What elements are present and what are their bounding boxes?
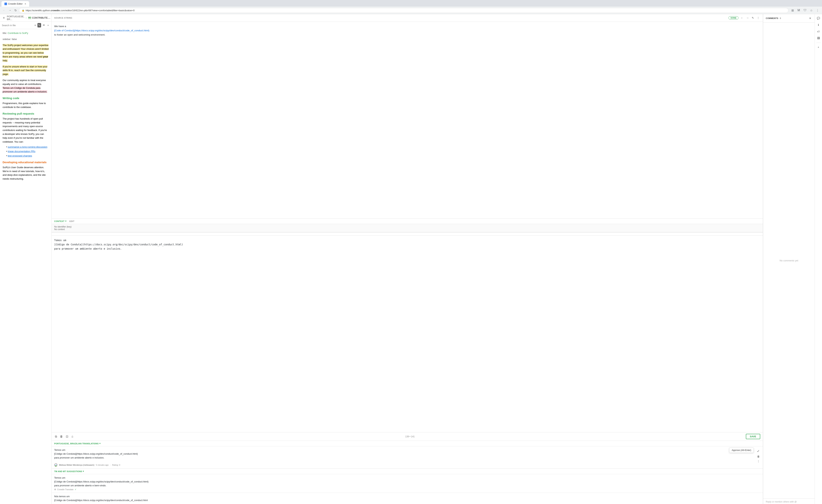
delete-suggestion-button[interactable]: 🗑 xyxy=(757,454,760,459)
breadcrumb-sep1: › xyxy=(26,16,27,19)
para-1: The SciPy project welcomes your expertis… xyxy=(3,43,49,63)
list-item-1: summarize a long-running discussion xyxy=(6,145,49,149)
pt-br-label: PORTUGUESE, BRAZILIAN TRANSLATIONS xyxy=(54,442,99,445)
source-panel-body: We have a [Code of Conduct](https://docs… xyxy=(52,22,763,218)
edit-view-button[interactable]: ✎ xyxy=(37,23,41,27)
comments-title: COMMENTS 0 xyxy=(766,17,781,19)
translation-body: Temos um [Código de Conduta](https://doc… xyxy=(52,236,763,432)
writing-code-section: Writing code Programmers, this guide exp… xyxy=(3,96,49,109)
suggestion-rating: Rating: 0 xyxy=(112,464,120,466)
list-link-1: summarize a long-running discussion xyxy=(8,146,47,148)
url-prefix: https://scientific-python. xyxy=(26,9,51,12)
copy-tool-button[interactable]: ⧉ xyxy=(54,434,58,439)
comments-header: COMMENTS 0 ✕ xyxy=(763,14,815,22)
bookmark-button[interactable]: ☆ xyxy=(809,8,814,13)
sidebar-tag-button[interactable]: 🏷 xyxy=(816,29,821,34)
extensions-button[interactable]: ⊞ xyxy=(790,8,795,13)
approve-button[interactable]: ✓ xyxy=(756,449,760,454)
prev-button[interactable]: ← xyxy=(740,16,744,20)
source-text: We have a [Code of Conduct](https://docs… xyxy=(54,24,760,37)
browser-toolbar: ← → ↻ 🔒 https://scientific-python.crowdi… xyxy=(0,7,822,14)
comments-reply: Reply or mention others with @ xyxy=(763,498,815,504)
sidebar-info-button[interactable]: ℹ xyxy=(817,22,820,27)
more-button[interactable]: ⋮ xyxy=(815,8,820,13)
developing-text: SciPy's User Guide deserves attention. W… xyxy=(3,166,49,181)
hamburger-button[interactable]: ≡ xyxy=(2,15,5,20)
edit-label[interactable]: EDIT xyxy=(69,220,74,222)
back-button[interactable]: ← xyxy=(2,8,6,13)
tm-line-3: para promover um ambiente aberto e bem-v… xyxy=(54,484,760,488)
tm-label: TM AND MT SUGGESTIONS xyxy=(54,470,82,473)
suggestion-wrapper: Temos um [Código de Conduta](https://doc… xyxy=(52,446,763,468)
source-link: [Code of Conduct](https://docs.scipy.org… xyxy=(54,29,149,32)
more-options-button[interactable]: ⋮ xyxy=(756,16,760,20)
list-link-3: test proposed changes xyxy=(8,154,32,157)
eye-view-button[interactable]: 👁 xyxy=(42,23,46,27)
char-count: 139 • 141 xyxy=(405,435,415,438)
tm-footer-1: ♻ Crowdin Translate ✓ xyxy=(54,488,760,491)
more-suggestion-button[interactable]: ⋮ xyxy=(757,459,760,463)
para-3-translated: Temos um Código de Conduta para promover… xyxy=(3,87,47,93)
browser-chrome: Crowdin Editor ✕ ← → ↻ 🔒 https://scienti… xyxy=(0,0,822,14)
search-input[interactable] xyxy=(2,24,34,27)
url-suffix: .com/editor/16/622/en-ptbr/68?view=comfo… xyxy=(60,9,134,12)
tm-text-1: Temos um [Código de Conduta](https://doc… xyxy=(54,476,760,487)
no-comments-text: No comments yet xyxy=(780,259,798,262)
tm-text-2: Nós temos um [Código de Conduta](https:/… xyxy=(54,495,760,502)
meta-title-value: Contribute to SciPy xyxy=(8,32,28,34)
sidebar-add-button[interactable]: + xyxy=(816,45,820,50)
tm-item-1: Temos um [Código de Conduta](https://doc… xyxy=(52,474,763,493)
pt-br-header[interactable]: PORTUGUESE, BRAZILIAN TRANSLATIONS ▾ xyxy=(52,441,763,446)
spell-tool-button[interactable]: ♫ xyxy=(70,434,74,439)
delete-tool-button[interactable]: 🗑 xyxy=(59,434,64,439)
suggestion-line-1: Temos um xyxy=(54,448,755,452)
tm-line-2: [Código de Conduta](https://docs.scipy.o… xyxy=(54,480,760,484)
main-content: SOURCE STRING DONE ← → ✎ ⋮ We have a [Co… xyxy=(52,14,822,504)
tm-header[interactable]: TM AND MT SUGGESTIONS ▾ xyxy=(52,468,763,474)
sidebar-content: title: Contribute to SciPy sidebar: fals… xyxy=(0,29,51,504)
forward-button[interactable]: → xyxy=(8,8,12,13)
app-layout: ≡ PORTUGUESE, BR... › MD CONTRIBUTE.... … xyxy=(0,14,822,504)
pt-br-chevron: ▾ xyxy=(99,442,100,445)
list-view-button[interactable]: ≡ xyxy=(34,23,37,27)
sidebar-comment-button[interactable]: 💬 xyxy=(816,16,821,21)
crowdin-source: Crowdin Translate xyxy=(57,488,74,491)
recycle-icon: ♻ xyxy=(54,488,56,491)
browser-tab[interactable]: Crowdin Editor ✕ xyxy=(1,1,29,7)
add-button[interactable]: + xyxy=(47,23,50,27)
para-2-text: If you're unsure where to start or how y… xyxy=(3,65,47,76)
context-chevron: ▾ xyxy=(65,220,67,222)
source-panel-header: SOURCE STRING DONE ← → ✎ ⋮ xyxy=(52,14,763,22)
split-tool-button[interactable]: ⊡ xyxy=(65,434,69,439)
sidebar-image-button[interactable]: 🖼 xyxy=(816,36,821,41)
edit-button[interactable]: ✎ xyxy=(751,16,755,20)
meta-sidebar-line: sidebar: false xyxy=(3,37,49,41)
tab-title: Crowdin Editor xyxy=(8,3,23,5)
reviewing-text: The project has hundreds of open pull re… xyxy=(3,117,49,144)
collapse-comments-button[interactable]: ✕ xyxy=(808,16,812,20)
suggestion-actions: ✓ 🗑 ⋮ xyxy=(756,448,760,463)
no-context: No context xyxy=(54,228,760,231)
shield-button[interactable]: 🛡 xyxy=(802,8,808,13)
done-badge: DONE xyxy=(729,16,739,20)
approve-tooltip: Approve (Alt+Enter) xyxy=(729,448,754,453)
refresh-button[interactable]: ↻ xyxy=(14,8,18,13)
approve-tooltip-text: Approve (Alt+Enter) xyxy=(732,449,751,452)
translation-textarea[interactable]: Temos um [Código de Conduta](https://doc… xyxy=(54,238,760,257)
close-tab-icon[interactable]: ✕ xyxy=(25,3,26,5)
save-button[interactable]: SAVE xyxy=(746,434,760,439)
browser-tabs: Crowdin Editor ✕ xyxy=(0,0,822,7)
context-label[interactable]: CONTEXT ▾ xyxy=(54,220,67,222)
source-line-2: [Code of Conduct](https://docs.scipy.org… xyxy=(54,29,760,33)
next-button[interactable]: → xyxy=(746,16,750,20)
comments-body: No comments yet xyxy=(763,22,815,498)
comments-label: COMMENTS xyxy=(766,17,778,19)
address-url: https://scientific-python.crowdin.com/ed… xyxy=(26,9,134,12)
breadcrumb-project: PORTUGUESE, BR... xyxy=(7,15,24,21)
url-domain: crowdin xyxy=(51,9,60,12)
source-line-3: to foster an open and welcoming environm… xyxy=(54,33,760,37)
profile-button[interactable]: M xyxy=(796,8,801,13)
list-link-2: triage documentation PRs xyxy=(8,150,35,153)
address-bar[interactable]: 🔒 https://scientific-python.crowdin.com/… xyxy=(19,8,788,13)
icon-sidebar: 💬 ℹ 🏷 🖼 + xyxy=(815,14,822,504)
